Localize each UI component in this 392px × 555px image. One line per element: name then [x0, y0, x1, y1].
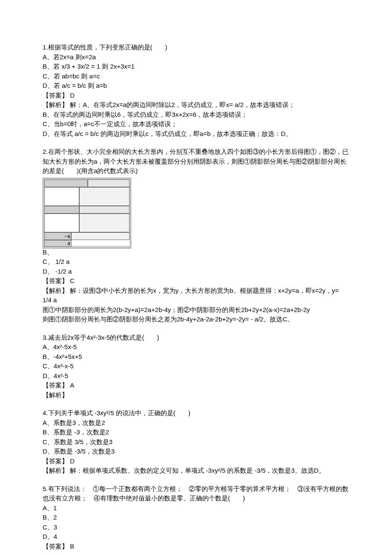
question-3: 3.减去后2x等于4x²-3x-5的代数式是( ) A、4x²-5x-5 B、-… — [43, 333, 349, 400]
q2-stem: 2.在两个形状、大小完全相同的大长方形内，分别互不重叠地放入四个如图③的小长方形… — [43, 147, 349, 176]
q2-option-d: D、 -1/2 a — [43, 267, 349, 277]
explanation-label: 【解析】 — [43, 101, 68, 108]
q3-option-a: A、4x²-5x-5 — [43, 342, 349, 352]
question-2: 2.在两个形状、大小完全相同的大长方形内，分别互不重叠地放入四个如图③的小长方形… — [43, 147, 349, 324]
answer-value: D — [70, 92, 75, 99]
answer-value: C — [70, 277, 75, 284]
q3-option-d: D、4x²-5 — [43, 371, 349, 381]
q1-explanation-c: C、当b=0时，a=c不一定成立，故本选项错误； — [43, 119, 349, 129]
q1-option-b: B、若 x/3 + 3x/2 = 1 则 2x+3x=1 — [43, 62, 349, 72]
q4-answer: 【答案】 D — [43, 457, 349, 466]
q4-option-d: D、系数是 -3/5，次数是3 — [43, 447, 349, 457]
q1-explanation-b: B、在等式的两边同时乘以6，等式仍成立，即3x+2x=6，故本选项错误； — [43, 110, 349, 120]
q1-option-c: C、若 ab=bc 则 a=c — [43, 72, 349, 81]
question-1: 1.根据等式的性质，下列变形正确的是( ) A、若2x=a 则x=2a B、若 … — [43, 43, 349, 139]
q5-option-c: C、3 — [43, 523, 349, 532]
q1-stem: 1.根据等式的性质，下列变形正确的是( ) — [43, 43, 349, 52]
q4-option-b: B、系数是 -3，次数是2 — [43, 428, 349, 437]
q2-explanation-2: 图①中阴影部分的周长为2(b-2y+a)=2a+2b-4y；图②中阴影部分的周长… — [43, 305, 349, 315]
answer-value: A — [70, 382, 74, 389]
q3-stem: 3.减去后2x等于4x²-3x-5的代数式是( ) — [43, 333, 349, 343]
q1-option-a: A、若2x=a 则x=2a — [43, 52, 349, 62]
answer-value: D — [70, 457, 75, 465]
q2-explanation-1: 【解析】 解：设图③中小长方形的长为x，宽为y，大长方形的宽为b。根据题意得：x… — [43, 286, 349, 305]
q3-option-b: B、-4x²+5x+5 — [43, 352, 349, 362]
answer-label: 【答案】 — [43, 277, 68, 284]
q3-explanation: 【解析】 — [43, 390, 349, 400]
q4-stem: 4.下列关于单项式 -3xy²/5 的说法中，正确的是( ) — [43, 408, 349, 418]
q5-option-a: A、1 — [43, 503, 349, 513]
explanation-text: 解：根据单项式系数、次数的定义可知，单项式 -3xy²/5 的系数是 -3/5，… — [70, 467, 325, 474]
q2-answer: 【答案】 C — [43, 276, 349, 286]
q2-option-b: B、 — [43, 248, 349, 257]
q1-explanation-a: 【解析】 解：A、在等式2x=a的两边同时除以2，等式仍成立，即x= a/2，故… — [43, 100, 349, 110]
q5-stem: 5.有下列说法： ①每一个正数都有两个立方根； ②零的平方根等于零的算术平方根；… — [43, 484, 349, 503]
q5-option-b: B、2 — [43, 513, 349, 523]
answer-value: B — [70, 543, 74, 550]
q2-figure: −a a — [43, 178, 131, 249]
q4-option-c: C、系数是 3/5，次数是3 — [43, 437, 349, 447]
question-5: 5.有下列说法： ①每一个正数都有两个立方根； ②零的平方根等于零的算术平方根；… — [43, 484, 349, 552]
q2-option-c: C、 1/2 a — [43, 257, 349, 267]
q1-answer: 【答案】 D — [43, 91, 349, 101]
q4-explanation: 【解析】 解：根据单项式系数、次数的定义可知，单项式 -3xy²/5 的系数是 … — [43, 466, 349, 476]
q3-answer: 【答案】 A — [43, 381, 349, 390]
explanation-label: 【解析】 — [43, 287, 68, 294]
explanation-text: 解：A、在等式2x=a的两边同时除以2，等式仍成立，即x= a/2，故本选项错误… — [70, 101, 295, 108]
q1-option-d: D、若 a/c = b/c 则 a=b — [43, 81, 349, 91]
q3-option-c: C、4x²-x-5 — [43, 361, 349, 371]
question-4: 4.下列关于单项式 -3xy²/5 的说法中，正确的是( ) A、系数是3，次数… — [43, 408, 349, 476]
q4-option-a: A、系数是3，次数是2 — [43, 418, 349, 428]
answer-label: 【答案】 — [43, 92, 68, 99]
q1-explanation-d: D、在等式 a/c = b/c 的两边同时乘以c，等式仍成立，即a=b，故本选项… — [43, 129, 349, 139]
answer-label: 【答案】 — [43, 382, 68, 389]
answer-label: 【答案】 — [43, 543, 68, 550]
q2-explanation-3: 则图①阴影部分周长与图②阴影部分周长之差为2b-4y+2a-2a-2b+2y=-… — [43, 315, 349, 324]
explanation-text: 解：设图③中小长方形的长为x，宽为y，大长方形的宽为b。根据题意得：x+2y=a… — [43, 287, 339, 304]
q5-option-d: D、4 — [43, 532, 349, 542]
explanation-label: 【解析】 — [43, 467, 68, 474]
answer-label: 【答案】 — [43, 457, 68, 465]
q5-answer: 【答案】 B — [43, 542, 349, 552]
